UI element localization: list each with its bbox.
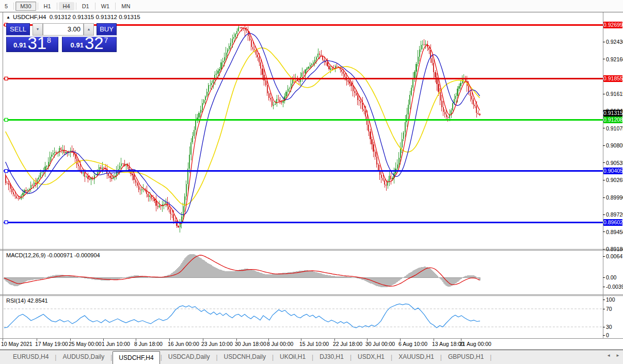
tab-next-icon[interactable]: ►	[616, 353, 620, 358]
candle-body	[435, 72, 436, 77]
candle-body	[350, 84, 352, 86]
price-tick-label: 0.92430	[606, 39, 623, 45]
buy-price-box[interactable]: 0.91327	[62, 37, 117, 52]
timeframe-button-d1[interactable]: D1	[78, 2, 93, 10]
chart-tab-xauusd[interactable]: XAUUSD,H1	[393, 350, 440, 364]
candle-body	[454, 99, 455, 104]
chart-tabbar: EURUSD,H4|AUDUSD,Daily|USDCHF,H4|USDCAD,…	[0, 350, 623, 364]
candle-body	[138, 186, 139, 190]
rsi-tick-mark	[603, 300, 605, 300]
candle-body	[357, 95, 358, 100]
candle-body	[195, 120, 196, 130]
candle-body	[479, 114, 480, 115]
chart-tab-ukoil[interactable]: UKOil,H1	[274, 350, 311, 364]
candle-body	[198, 113, 199, 118]
chart-tab-eurusd[interactable]: EURUSD,H4	[7, 350, 54, 364]
tab-scroll-arrows: ◄ ►	[606, 353, 620, 358]
candle-body	[29, 189, 30, 190]
candle-body	[271, 100, 273, 105]
level-line-anchor[interactable]	[5, 170, 8, 173]
candle-body	[362, 103, 363, 109]
chart-tab-usdchf[interactable]: USDCHF,H4	[113, 351, 159, 364]
candle-body	[444, 112, 445, 114]
candle-body	[192, 136, 193, 142]
candle-body	[384, 180, 385, 185]
pane-divider[interactable]	[0, 249, 623, 250]
price-tick-label: 0.89990	[606, 194, 623, 201]
timeframe-button-h1[interactable]: H1	[40, 2, 55, 10]
candle-body	[270, 98, 271, 100]
candle-body	[41, 172, 42, 173]
candle-body	[332, 69, 333, 69]
chart-tab-usdcnh[interactable]: USDCNH,Daily	[218, 350, 271, 364]
candle-body	[457, 89, 458, 96]
candle-body	[441, 101, 442, 107]
candle-body	[40, 173, 41, 177]
candle-body	[313, 62, 314, 64]
tab-prev-icon[interactable]: ◄	[606, 353, 611, 358]
candle-body	[428, 47, 429, 51]
tab-separator: |	[312, 354, 313, 361]
candle-body	[226, 53, 227, 57]
candle-body	[347, 80, 348, 82]
chart-tab-usdx[interactable]: USDX,H1	[352, 350, 390, 364]
candle-body	[89, 179, 90, 179]
price-tick-mark	[603, 214, 605, 215]
candle-body	[405, 122, 406, 133]
sell-price-box[interactable]: 0.91318	[6, 37, 58, 52]
chart-tab-gbpusd[interactable]: GBPUSD,H1	[442, 350, 489, 364]
sell-button[interactable]: SELL	[6, 23, 30, 36]
chart-tab-usdcad[interactable]: USDCAD,Daily	[163, 350, 216, 364]
timeframe-button-m30[interactable]: M30	[15, 2, 36, 11]
level-line-anchor[interactable]	[5, 221, 8, 224]
timeframe-button-mn[interactable]: MN	[117, 2, 134, 10]
price-tick-label: 0.91615	[606, 91, 623, 97]
chart-tab-audusd[interactable]: AUDUSD,Daily	[57, 350, 110, 364]
timeframe-button-5[interactable]: 5	[1, 2, 12, 10]
ma-line-ma_fast	[6, 28, 480, 224]
candle-body	[419, 49, 420, 57]
candle-body	[113, 177, 114, 179]
date-label: 17 May 19:00	[35, 341, 68, 347]
sell-price-pip: 8	[47, 36, 51, 44]
candle-body	[202, 103, 203, 110]
candle-body	[381, 175, 382, 177]
candle-body	[152, 198, 153, 199]
trading-terminal-window: 5M30H1H4D1W1MN ▲USDCHF,H4 0.91312 0.9131…	[0, 0, 623, 364]
candle-body	[400, 147, 401, 158]
candle-body	[476, 106, 477, 113]
ohlc-values: 0.91312 0.91315 0.91312 0.91315	[50, 14, 140, 20]
candle-body	[149, 195, 150, 197]
candle-body	[408, 105, 409, 114]
timeframe-button-w1[interactable]: W1	[97, 2, 114, 10]
candle-body	[200, 110, 201, 113]
candle-body	[386, 185, 387, 186]
level-line-anchor[interactable]	[5, 118, 8, 121]
candle-body	[56, 152, 57, 153]
candle-body	[211, 83, 212, 85]
rsi-pane[interactable]	[4, 296, 603, 338]
candle-body	[87, 176, 88, 179]
candle-body	[108, 174, 109, 176]
price-tick-label: 0.90535	[606, 160, 623, 166]
pane-divider[interactable]	[0, 294, 623, 295]
candle-body	[291, 84, 292, 88]
level-line-anchor[interactable]	[5, 77, 8, 80]
candle-body	[263, 75, 264, 80]
tab-separator: |	[440, 354, 442, 361]
candle-body	[267, 85, 268, 93]
candle-body	[418, 57, 419, 64]
candle-body	[84, 172, 85, 177]
date-label: 10 May 2021	[1, 341, 33, 347]
price-badge-0.92699: 0.92699	[603, 22, 622, 28]
toolbar-separator	[57, 3, 57, 10]
ma-line-ma_slow	[6, 48, 480, 205]
candle-body	[170, 209, 171, 214]
candle-body	[233, 37, 234, 39]
volume-input[interactable]: 3.00	[43, 23, 84, 36]
candle-body	[133, 175, 134, 180]
timeframe-button-h4[interactable]: H4	[59, 2, 74, 10]
collapse-trade-panel-icon[interactable]: ▲	[6, 15, 10, 20]
candle-body	[474, 105, 475, 106]
chart-tab-dj30[interactable]: DJ30,H1	[314, 350, 349, 364]
